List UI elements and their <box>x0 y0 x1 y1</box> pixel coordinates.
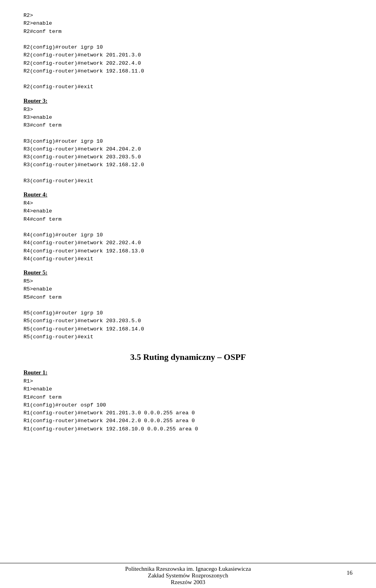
chapter-heading: 3.5 Ruting dynamiczny – OSPF <box>24 352 352 362</box>
footer-line2: Zakład Systemów Rozproszonych <box>125 572 251 579</box>
router1-ospf-label: Router 1: <box>24 369 352 376</box>
router3-label: Router 3: <box>24 98 352 104</box>
router5-label: Router 5: <box>24 269 352 276</box>
page-footer: Politechnika Rzeszowska im. Ignacego Łuk… <box>0 563 376 588</box>
router4-label: Router 4: <box>24 191 352 198</box>
r2-code-block: R2> R2>enable R2#conf term R2(config)#ro… <box>24 12 352 91</box>
r3-code-block: R3> R3>enable R3#conf term R3(config)#ro… <box>24 106 352 185</box>
footer-line1: Politechnika Rzeszowska im. Ignacego Łuk… <box>125 566 251 572</box>
page-number: 16 <box>347 570 352 576</box>
footer-text: Politechnika Rzeszowska im. Ignacego Łuk… <box>125 566 251 586</box>
page-content: R2> R2>enable R2#conf term R2(config)#ro… <box>0 0 376 466</box>
r4-code-block: R4> R4>enable R4#conf term R4(config)#ro… <box>24 200 352 263</box>
r1-ospf-code-block: R1> R1>enable R1#conf term R1(config)#ro… <box>24 377 352 433</box>
r5-code-block: R5> R5>enable R5#conf term R5(config)#ro… <box>24 278 352 341</box>
footer-line3: Rzeszów 2003 <box>125 579 251 586</box>
